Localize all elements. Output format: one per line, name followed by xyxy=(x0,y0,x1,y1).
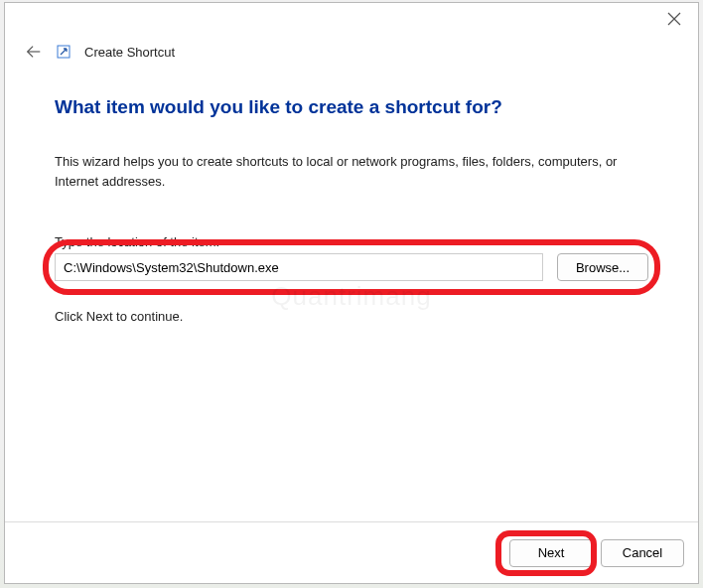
next-button[interactable]: Next xyxy=(509,539,593,567)
close-icon[interactable] xyxy=(666,11,684,29)
header-row: Create Shortcut xyxy=(5,41,698,71)
location-label: Type the location of the item: xyxy=(55,234,648,249)
dialog-footer: Next Cancel xyxy=(5,521,698,583)
shortcut-file-icon xyxy=(57,45,70,59)
cancel-button[interactable]: Cancel xyxy=(601,539,684,567)
location-input[interactable] xyxy=(55,253,543,281)
content-area: What item would you like to create a sho… xyxy=(5,71,698,521)
continue-instruction: Click Next to continue. xyxy=(55,309,648,324)
browse-button[interactable]: Browse... xyxy=(557,253,648,281)
description-text: This wizard helps you to create shortcut… xyxy=(55,152,648,191)
dialog-title: Create Shortcut xyxy=(84,45,175,60)
titlebar xyxy=(5,3,698,41)
dialog-window: Create Shortcut What item would you like… xyxy=(4,2,699,584)
page-heading: What item would you like to create a sho… xyxy=(55,96,648,118)
back-arrow-icon[interactable] xyxy=(25,43,43,61)
location-input-row: Browse... xyxy=(55,253,648,281)
